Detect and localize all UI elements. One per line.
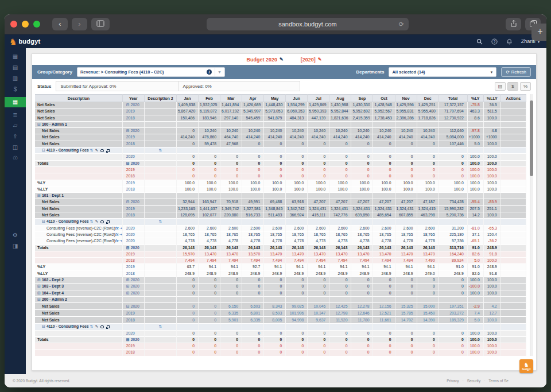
sort-icon[interactable]: ⇅	[90, 219, 93, 224]
cell-month-value[interactable]: 5,952,567	[373, 108, 395, 115]
cell-month-value[interactable]	[264, 219, 286, 225]
cell-month-value[interactable]: 0	[417, 277, 439, 284]
cell-month-value[interactable]: 18,765	[176, 231, 198, 238]
cell-month-value[interactable]: 2,600	[220, 225, 242, 231]
cell-month-value[interactable]: 0	[198, 160, 220, 166]
year-collapse-toggle[interactable]: ⊟	[126, 200, 130, 204]
cell-month-value[interactable]: 4,778	[417, 238, 439, 244]
cell-month-value[interactable]	[395, 296, 417, 302]
cell-month-value[interactable]: 26,143	[176, 244, 198, 251]
column-header-year[interactable]: Year	[122, 95, 144, 102]
cell-month-value[interactable]: 1,532,025	[198, 102, 220, 108]
copy-icon[interactable]	[107, 149, 110, 152]
cell-month-value[interactable]: 414,240	[329, 134, 351, 141]
cell-month-value[interactable]: 0	[417, 290, 439, 296]
cell-month-value[interactable]: 100.0	[264, 180, 286, 186]
cell-month-value[interactable]	[417, 296, 439, 302]
cell-month-value[interactable]: 1,349,742	[220, 205, 242, 212]
cell-month-value[interactable]: 94.1	[220, 264, 242, 270]
cell-month-value[interactable]: 12,646	[351, 310, 373, 317]
sort-icon[interactable]: ⇅	[159, 148, 162, 152]
cell-month-value[interactable]: 0	[220, 336, 242, 343]
cell-month-value[interactable]	[264, 193, 286, 199]
column-header-jan[interactable]: Jan	[176, 95, 198, 102]
cell-month-value[interactable]: 7,494	[176, 258, 198, 264]
cell-month-value[interactable]: 0	[395, 330, 417, 336]
scrollbar-thumb[interactable]	[530, 100, 533, 176]
cell-month-value[interactable]: 8,005	[264, 317, 286, 324]
cell-month-value[interactable]: 94.1	[373, 264, 395, 270]
cell-month-value[interactable]	[264, 148, 286, 154]
cell-month-value[interactable]: 1,426,689	[242, 102, 264, 108]
cell-month-value[interactable]: 7,494	[351, 258, 373, 264]
cell-month-value[interactable]: 0	[308, 343, 329, 350]
sidebar-item-currency[interactable]: $	[5, 86, 26, 93]
cell-month-value[interactable]: 100.0	[373, 180, 395, 186]
edit-budget-icon[interactable]: ✎	[280, 57, 284, 62]
cell-month-value[interactable]: 94.1	[395, 264, 417, 270]
cell-month-value[interactable]: 100.0	[351, 186, 373, 192]
cell-month-value[interactable]: 7,494	[329, 258, 351, 264]
cell-month-value[interactable]	[286, 219, 308, 225]
sidebar-item-profile[interactable]: ☉	[5, 155, 26, 162]
cell-month-value[interactable]: 0	[308, 284, 329, 290]
cell-month-value[interactable]: 415,111	[308, 212, 329, 219]
cell-month-value[interactable]: 0	[264, 166, 286, 173]
cell-month-value[interactable]: 2,600	[373, 225, 395, 231]
cell-month-value[interactable]: 1,348,845	[264, 205, 286, 212]
cell-month-value[interactable]: 63.7	[176, 264, 198, 270]
cell-month-value[interactable]: 7,494	[308, 258, 329, 264]
sidebar-item-upload[interactable]: ⇪	[5, 133, 26, 140]
cell-month-value[interactable]: 0	[308, 141, 329, 147]
cell-month-value[interactable]: 0	[176, 343, 198, 350]
cell-month-value[interactable]: 0	[220, 343, 242, 350]
cell-month-value[interactable]: 11,780	[351, 317, 373, 324]
cell-month-value[interactable]: 248.9	[308, 270, 329, 277]
cell-month-value[interactable]: 2,600	[242, 225, 264, 231]
cell-month-value[interactable]: 0	[351, 290, 373, 296]
cell-month-value[interactable]	[198, 121, 220, 127]
cell-month-value[interactable]: 0	[242, 160, 264, 166]
cell-month-value[interactable]	[220, 148, 242, 154]
cell-month-value[interactable]: 248.9	[286, 270, 308, 277]
cell-month-value[interactable]	[264, 121, 286, 127]
cell-month-value[interactable]: 13,470	[220, 251, 242, 257]
back-button[interactable]: ‹	[52, 18, 68, 30]
search-icon[interactable]	[476, 38, 483, 45]
percent-view-button[interactable]: %	[520, 82, 531, 91]
cell-month-value[interactable]: 0	[220, 166, 242, 173]
address-bar[interactable]: sandbox.budgyt.com ⟳	[207, 18, 409, 30]
cell-month-value[interactable]: 0	[417, 350, 439, 356]
cell-month-value[interactable]: 0	[264, 154, 286, 160]
forward-button[interactable]: ›	[72, 18, 87, 30]
cell-month-value[interactable]: 0	[395, 154, 417, 160]
cell-month-value[interactable]: 4,778	[264, 238, 286, 244]
cell-month-value[interactable]: 0	[417, 336, 439, 343]
cell-month-value[interactable]: 13,470	[264, 251, 286, 257]
cell-month-value[interactable]: 0	[176, 310, 198, 317]
cell-month-value[interactable]: 366,924	[286, 212, 308, 219]
cell-month-value[interactable]: 94.1	[198, 264, 220, 270]
cell-month-value[interactable]: 100.0	[395, 186, 417, 192]
cell-month-value[interactable]: 0	[198, 303, 220, 310]
cell-month-value[interactable]: 163,947	[198, 199, 220, 205]
cell-month-value[interactable]: 0	[264, 290, 286, 296]
cell-month-value[interactable]: 2,600	[329, 225, 351, 231]
cell-month-value[interactable]	[176, 219, 198, 225]
cell-month-value[interactable]: 0	[351, 343, 373, 350]
cell-month-value[interactable]	[220, 296, 242, 302]
cell-month-value[interactable]: 7,494	[242, 258, 264, 264]
cell-month-value[interactable]: 26,143	[220, 244, 242, 251]
cell-month-value[interactable]: 18,765	[220, 231, 242, 238]
cell-month-value[interactable]: 1,448,430	[264, 102, 286, 108]
cell-month-value[interactable]: 0	[308, 154, 329, 160]
cell-month-value[interactable]: 5,955,480	[417, 108, 439, 115]
cell-month-value[interactable]: 4,778	[176, 238, 198, 244]
cell-month-value[interactable]: 26,143	[329, 244, 351, 251]
cell-month-value[interactable]: 0	[176, 290, 198, 296]
cell-month-value[interactable]	[308, 219, 329, 225]
export-button[interactable]: ▤	[495, 82, 506, 91]
cell-month-value[interactable]: 26,143	[308, 244, 329, 251]
cell-month-value[interactable]: 463,298	[417, 212, 439, 219]
cell-month-value[interactable]: 0	[286, 154, 308, 160]
